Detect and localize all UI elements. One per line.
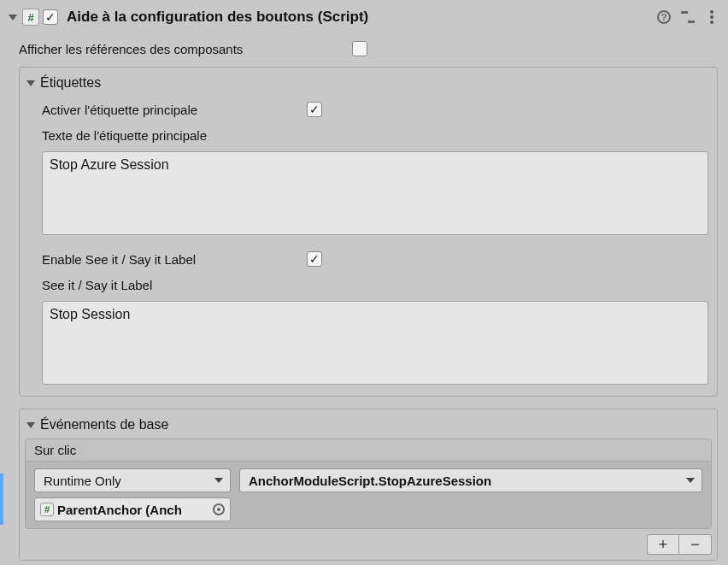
object-picker-icon[interactable] [213,503,225,515]
main-label-text-label: Texte de l'étiquette principale [42,128,375,143]
selection-accent [0,474,3,525]
seeit-enable-checkbox[interactable] [307,251,322,267]
seeit-text-input[interactable] [42,301,708,385]
seeit-enable-label: Enable See it / Say it Label [42,252,307,267]
header-icons: ? [656,9,719,25]
show-refs-row: Afficher les références des composants [19,36,718,62]
chevron-down-icon [214,478,223,483]
context-menu-icon[interactable] [704,9,719,25]
runtime-dropdown[interactable]: Runtime Only [34,468,231,492]
events-section-title: Événements de base [40,417,168,433]
foldout-toggle-icon[interactable] [9,15,17,21]
foldout-toggle-icon [26,422,35,428]
labels-section: Étiquettes Activer l'étiquette principal… [19,67,718,397]
method-dropdown[interactable]: AnchorModuleScript.StopAzureSession [239,468,702,492]
remove-event-button[interactable]: − [679,534,712,555]
help-icon[interactable]: ? [656,9,672,25]
component-body: Afficher les références des composants É… [5,29,723,565]
component-title: Aide à la configuration des boutons (Scr… [67,9,653,26]
script-icon: # [22,9,39,26]
main-label-text-input[interactable] [42,151,708,235]
show-refs-label: Afficher les références des composants [19,42,352,56]
component-header: # Aide à la configuration des boutons (S… [5,5,723,29]
main-label-enable-label: Activer l'étiquette principale [42,103,307,117]
script-icon: # [40,503,54,516]
events-section: Événements de base Sur clic Runtime Only… [19,409,718,561]
onclick-row: Runtime Only AnchorModuleScript.StopAzur… [26,462,711,528]
onclick-event-box: Sur clic Runtime Only AnchorModuleScript… [25,438,712,529]
presets-icon[interactable] [680,9,696,25]
event-add-remove-row: + − [25,534,712,555]
events-section-header[interactable]: Événements de base [25,415,712,435]
target-object-field[interactable]: # ParentAnchor (Anch [34,497,231,521]
chevron-down-icon [686,478,695,483]
component-enabled-checkbox[interactable] [43,9,58,25]
main-label-enable-row: Activer l'étiquette principale [42,97,708,122]
labels-section-title: Étiquettes [40,75,101,91]
onclick-header: Sur clic [26,439,711,462]
labels-section-header[interactable]: Étiquettes [25,73,712,93]
add-event-button[interactable]: + [647,534,679,555]
seeit-text-label: See it / Say it Label [42,278,375,292]
method-dropdown-value: AnchorModuleScript.StopAzureSession [249,474,491,488]
main-label-text-label-row: Texte de l'étiquette principale [42,122,708,148]
seeit-enable-row: Enable See it / Say it Label [42,246,708,272]
show-refs-checkbox[interactable] [352,41,367,56]
main-label-enable-checkbox[interactable] [307,102,322,117]
target-object-value: ParentAnchor (Anch [57,503,182,517]
foldout-toggle-icon [26,80,35,86]
runtime-dropdown-value: Runtime Only [44,474,121,488]
seeit-text-label-row: See it / Say it Label [42,272,708,297]
